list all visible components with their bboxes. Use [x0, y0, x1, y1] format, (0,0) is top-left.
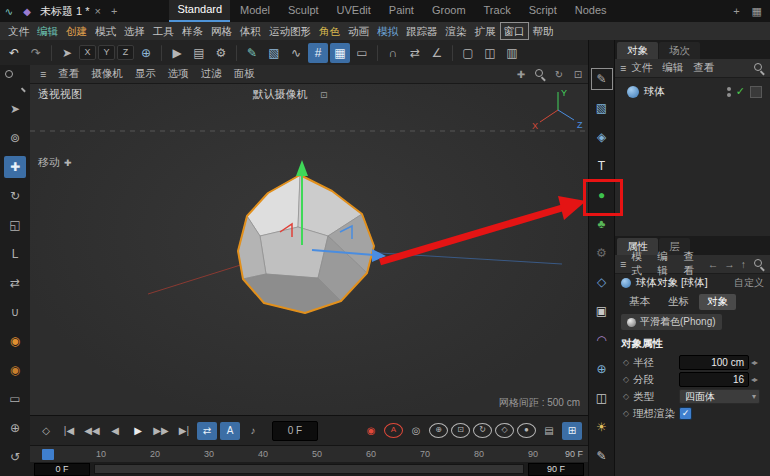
- segments-field[interactable]: 16: [679, 372, 749, 387]
- add-layout-button[interactable]: +: [733, 5, 739, 18]
- playhead-handle[interactable]: [42, 449, 54, 460]
- coordinate-system-icon[interactable]: ⊕: [136, 43, 156, 63]
- anim-dot-icon[interactable]: ◇: [623, 358, 633, 367]
- object-tag-icon[interactable]: [750, 86, 762, 98]
- object-search-icon[interactable]: [753, 62, 765, 74]
- attr-menu-view[interactable]: 查看: [679, 250, 705, 278]
- viewport-canvas[interactable]: Y X Z 透视视图 默认摄像机 ⊡ 移动 ✚ 网格间距 : 500 cm: [30, 84, 588, 415]
- modeling-axis-icon[interactable]: ⊕: [4, 417, 26, 439]
- attr-menu-mode[interactable]: 模式: [626, 250, 652, 278]
- play-button[interactable]: ▶: [128, 422, 148, 440]
- anim-dot-icon[interactable]: ◇: [623, 392, 633, 401]
- keyframe-scale-toggle[interactable]: ⊡: [451, 423, 470, 438]
- menu-volume[interactable]: 体积: [236, 22, 265, 40]
- rotate-icon[interactable]: ↻: [4, 185, 26, 207]
- menu-tools[interactable]: 工具: [149, 22, 178, 40]
- keyframe-pla-toggle[interactable]: ●: [517, 423, 536, 438]
- obj-menu-file[interactable]: 文件: [626, 61, 657, 75]
- layout-split-icon[interactable]: ◫: [480, 43, 500, 63]
- visibility-dots-icon[interactable]: [727, 87, 731, 97]
- make-keyframe-icon[interactable]: ◇: [36, 422, 56, 440]
- simulation-particles-icon[interactable]: ◉: [4, 330, 26, 352]
- object-name[interactable]: 球体: [644, 85, 665, 99]
- phong-tag-button[interactable]: 平滑着色(Phong): [621, 314, 722, 330]
- menu-create[interactable]: 创建: [62, 22, 91, 40]
- camera-label[interactable]: 默认摄像机: [253, 88, 308, 100]
- layout-quad-icon[interactable]: ▥: [502, 43, 522, 63]
- vp-menu-options[interactable]: 选项: [162, 67, 195, 81]
- camera-badge-icon[interactable]: ⊡: [320, 90, 328, 100]
- tab-takes[interactable]: 场次: [659, 42, 700, 59]
- render-settings-icon[interactable]: ⚙: [211, 43, 231, 63]
- range-track[interactable]: [94, 464, 524, 474]
- layout-tab-track[interactable]: Track: [476, 0, 519, 22]
- vp-menu-camera[interactable]: 摄像机: [85, 67, 129, 81]
- environment-icon[interactable]: ⊕: [591, 358, 613, 380]
- range-handle[interactable]: [95, 465, 523, 473]
- object-row-sphere[interactable]: 球体 ✓: [615, 83, 770, 100]
- current-frame-field[interactable]: 0 F: [272, 421, 318, 441]
- prev-frame-button[interactable]: ◀: [105, 422, 125, 440]
- camera-icon[interactable]: ◫: [591, 387, 613, 409]
- customize-button[interactable]: 自定义: [734, 276, 764, 290]
- enabled-check-icon[interactable]: ✓: [736, 85, 745, 98]
- prop-tab-basic[interactable]: 基本: [621, 294, 658, 310]
- snap-icon[interactable]: ∪: [4, 301, 26, 323]
- render-picture-viewer-icon[interactable]: ▤: [189, 43, 209, 63]
- attribute-search-icon[interactable]: [753, 258, 765, 270]
- menu-select[interactable]: 选择: [120, 22, 149, 40]
- obj-menu-edit[interactable]: 编辑: [657, 61, 688, 75]
- timeline-ruler[interactable]: 0102030405060708090 90 F: [30, 445, 588, 462]
- close-tab-icon[interactable]: ×: [95, 5, 101, 17]
- menu-mode[interactable]: 模式: [91, 22, 120, 40]
- loop-mode-button[interactable]: ⇄: [197, 422, 217, 440]
- menu-extensions[interactable]: 扩展: [471, 22, 500, 40]
- keyframe-settings-button[interactable]: ▤: [539, 422, 559, 440]
- app-history-icon[interactable]: ∿: [0, 6, 18, 17]
- layout-tab-script[interactable]: Script: [521, 0, 565, 22]
- menu-tracker[interactable]: 跟踪器: [402, 22, 442, 40]
- vp-menu-panel[interactable]: 面板: [228, 67, 261, 81]
- layout-tab-uvedit[interactable]: UVEdit: [329, 0, 379, 22]
- range-start-field[interactable]: 0 F: [34, 463, 90, 476]
- keyframe-rotation-toggle[interactable]: ↻: [473, 423, 492, 438]
- tab-objects[interactable]: 对象: [617, 42, 658, 59]
- render-view-icon[interactable]: ▶: [167, 43, 187, 63]
- spline-pen-icon[interactable]: ✎: [591, 68, 613, 90]
- anim-dot-icon[interactable]: ◇: [623, 375, 633, 384]
- autokey-button[interactable]: A: [384, 423, 403, 438]
- record-camera-button[interactable]: ◎: [406, 422, 426, 440]
- record-keyframe-button[interactable]: ◉: [361, 422, 381, 440]
- layout-single-icon[interactable]: ▢: [458, 43, 478, 63]
- mirror-icon[interactable]: ⇄: [4, 272, 26, 294]
- snap-grid-icon[interactable]: #: [308, 43, 328, 63]
- scale-icon[interactable]: ◱: [4, 214, 26, 236]
- menu-spline[interactable]: 样条: [178, 22, 207, 40]
- deformer-icon[interactable]: ◠: [591, 329, 613, 351]
- range-end-field[interactable]: 90 F: [528, 463, 584, 476]
- type-dropdown[interactable]: 四面体 ▾: [679, 389, 760, 404]
- go-start-button[interactable]: |◀: [59, 422, 79, 440]
- menu-edit[interactable]: 编辑: [33, 22, 62, 40]
- keyframe-parameter-toggle[interactable]: ◇: [495, 423, 514, 438]
- nav-forward-icon[interactable]: →: [721, 258, 738, 270]
- prev-key-button[interactable]: ◀◀: [82, 422, 102, 440]
- nav-up-icon[interactable]: ↑: [738, 258, 749, 270]
- zoom-icon[interactable]: [4, 69, 26, 91]
- axis-x-button[interactable]: X: [79, 45, 96, 60]
- segments-stepper[interactable]: ◂▸: [751, 375, 757, 384]
- go-end-button[interactable]: ▶|: [174, 422, 194, 440]
- vp-menu-display[interactable]: 显示: [129, 67, 162, 81]
- workplane-icon[interactable]: ▭: [352, 43, 372, 63]
- vp-menu-filter[interactable]: 过滤: [195, 67, 228, 81]
- volume-builder-icon[interactable]: ⚙: [591, 242, 613, 264]
- anim-dot-icon[interactable]: ◇: [623, 409, 633, 418]
- mirror-icon[interactable]: ⇄: [405, 43, 425, 63]
- sound-button[interactable]: ♪: [243, 422, 263, 440]
- menu-help[interactable]: 帮助: [529, 22, 558, 40]
- volume-mesh-icon[interactable]: ◈: [591, 126, 613, 148]
- next-key-button[interactable]: ▶▶: [151, 422, 171, 440]
- axis-y-button[interactable]: Y: [98, 45, 115, 60]
- pan-view-icon[interactable]: ✚: [515, 69, 527, 80]
- keyframe-selection-button[interactable]: A: [220, 422, 240, 440]
